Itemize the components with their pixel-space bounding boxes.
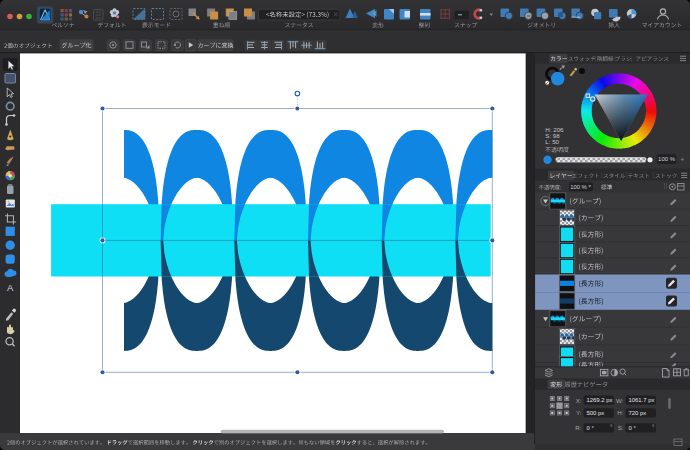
svg-text:°: °	[610, 424, 613, 431]
svg-text:+: +	[680, 156, 684, 163]
svg-text:720 px: 720 px	[629, 410, 647, 416]
svg-text:A: A	[7, 282, 14, 293]
svg-text:0 °: 0 °	[629, 425, 636, 431]
svg-text:X:: X:	[576, 397, 582, 404]
svg-text:100 %: 100 %	[658, 156, 676, 162]
svg-text:1269.2 px: 1269.2 px	[587, 397, 613, 403]
svg-text:H:: H:	[617, 409, 623, 416]
svg-text:100 %: 100 %	[570, 184, 587, 190]
svg-text:500 px: 500 px	[587, 410, 605, 416]
svg-text:0 °: 0 °	[587, 425, 594, 431]
svg-text:1061.7 px: 1061.7 px	[629, 397, 655, 403]
svg-text:°: °	[652, 424, 655, 431]
svg-text:L: 50: L: 50	[545, 138, 559, 145]
svg-text:W:: W:	[616, 397, 624, 404]
svg-text:R:: R:	[575, 424, 581, 431]
svg-text:Y:: Y:	[576, 409, 582, 416]
svg-text:S:: S:	[618, 424, 624, 431]
